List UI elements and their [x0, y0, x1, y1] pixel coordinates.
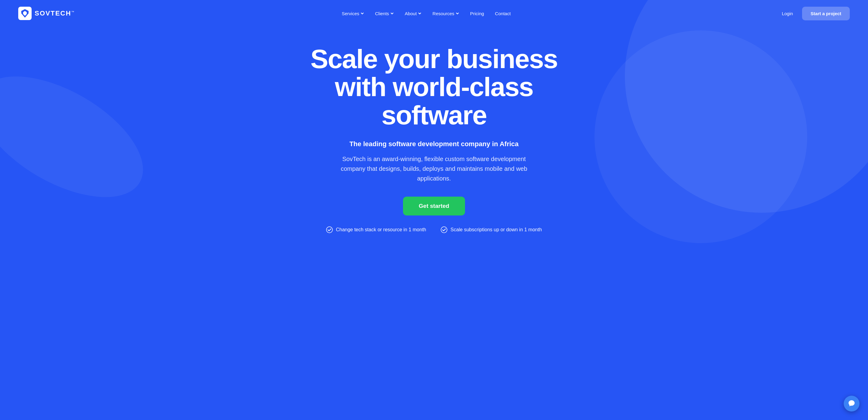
navbar: SOVTECH™ Services Clients About Resource…: [0, 0, 868, 27]
check-circle-icon: [441, 226, 447, 233]
get-started-button[interactable]: Get started: [403, 197, 465, 216]
hero-badge-1: Change tech stack or resource in 1 month: [326, 226, 426, 233]
nav-item-about[interactable]: About: [401, 8, 426, 19]
svg-point-2: [441, 227, 447, 233]
logo-link[interactable]: SOVTECH™: [18, 7, 75, 20]
nav-item-contact[interactable]: Contact: [491, 8, 515, 19]
chat-support-button[interactable]: [844, 396, 860, 412]
start-project-button[interactable]: Start a project: [802, 7, 850, 20]
nav-link-contact[interactable]: Contact: [491, 8, 515, 19]
chevron-down-icon: [418, 11, 422, 15]
login-button[interactable]: Login: [777, 8, 797, 19]
logo-text: SOVTECH™: [35, 9, 75, 17]
hero-description: SovTech is an award-winning, flexible cu…: [337, 154, 531, 183]
nav-item-pricing[interactable]: Pricing: [466, 8, 488, 19]
chevron-down-icon: [361, 11, 364, 15]
chevron-down-icon: [456, 11, 459, 15]
nav-item-services[interactable]: Services: [337, 8, 368, 19]
nav-link-resources[interactable]: Resources: [428, 8, 463, 19]
hero-badges: Change tech stack or resource in 1 month…: [326, 226, 542, 233]
nav-item-clients[interactable]: Clients: [371, 8, 398, 19]
check-circle-icon: [326, 226, 333, 233]
hero-section: Scale your business with world-class sof…: [267, 27, 601, 257]
nav-link-about[interactable]: About: [401, 8, 426, 19]
hero-title: Scale your business with world-class sof…: [297, 45, 571, 129]
chevron-down-icon: [390, 11, 394, 15]
chat-icon: [848, 400, 856, 408]
nav-link-services[interactable]: Services: [337, 8, 368, 19]
hero-subtitle: The leading software development company…: [349, 140, 519, 148]
nav-actions: Login Start a project: [777, 7, 850, 20]
nav-link-pricing[interactable]: Pricing: [466, 8, 488, 19]
nav-item-resources[interactable]: Resources: [428, 8, 463, 19]
hero-badge-2: Scale subscriptions up or down in 1 mont…: [441, 226, 542, 233]
svg-point-1: [327, 227, 333, 233]
nav-links: Services Clients About Resources Pri: [337, 8, 515, 19]
sovtech-logo-icon: [18, 7, 32, 20]
nav-link-clients[interactable]: Clients: [371, 8, 398, 19]
